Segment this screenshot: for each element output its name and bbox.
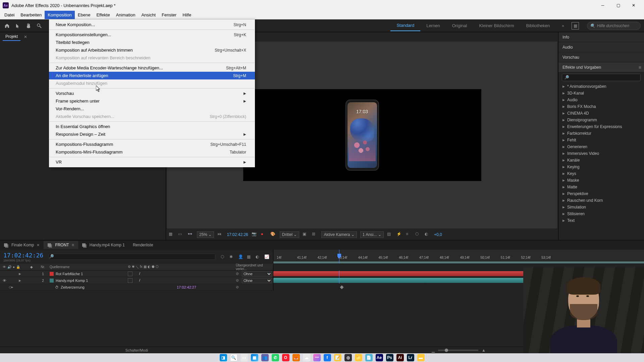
menu-item[interactable]: Kompositionseinstellungen...Strg+K [49,31,255,39]
taskbar-icon-steam[interactable]: ☁ [303,354,310,361]
preset-folder[interactable]: ▶Simulation [558,204,644,210]
taskbar-icon-lr[interactable]: Lr [407,354,414,361]
menu-animation[interactable]: Animation [113,11,139,19]
taskbar-icon-yel[interactable]: ▬ [417,354,425,361]
minimize-button[interactable]: ─ [595,0,610,11]
exposure-reset-icon[interactable]: ◐ [425,232,431,238]
3d-icon[interactable]: 👓 [187,232,194,238]
close-button[interactable]: ✕ [626,0,641,11]
preset-folder[interactable]: ▶Keying [558,164,644,170]
menu-item[interactable]: Titelbild festlegen [49,39,255,46]
preset-folder[interactable]: ▶Perspektive [558,190,644,197]
panel-options-icon[interactable]: ≡ [639,65,641,70]
preset-folder[interactable]: ▶Maske [558,177,644,184]
preset-folder[interactable]: ▶3D-Kanal [558,90,644,97]
preset-folder[interactable]: ▶Immersives Video [558,150,644,157]
frame-blend-icon[interactable]: ▦ [247,254,252,259]
preset-folder[interactable]: ▶Dienstprogramm [558,117,644,123]
taskbar-icon-msg[interactable]: 〰 [313,354,321,361]
zoom-out-icon[interactable]: ▁ [432,348,435,353]
menu-item[interactable]: Zur Adobe Media Encoder-Warteschlange hi… [49,64,255,72]
roi-icon[interactable]: ▣ [303,232,309,238]
menu-item[interactable]: Kompositions-FlussdiagrammStrg+Umschalt+… [49,140,255,148]
home-tool[interactable] [3,22,11,29]
timeline-icon[interactable]: ≡ [406,232,412,238]
tab-options-icon[interactable]: ≡ [72,243,74,247]
preset-folder[interactable]: ▶Keys [558,170,644,177]
taskbar-icon-teams[interactable]: 👥 [261,354,269,361]
menu-bearbeiten[interactable]: Bearbeiten [17,11,45,19]
workspace-tab-original[interactable]: Original [446,20,473,31]
effects-presets-panel-header[interactable]: Effekte und Vorgaben ≡ [558,62,644,72]
panel-header-vorschau[interactable]: Vorschau [558,52,644,62]
preset-folder[interactable]: ▶Erweiterungen für Expressions [558,123,644,130]
draft3d-icon[interactable]: ✱ [229,254,235,259]
timeline-tab[interactable]: Finale Komp✕ [0,241,44,249]
alpha-icon[interactable]: ▦ [169,232,175,238]
flowchart-icon[interactable]: ⬡ [415,232,421,238]
expand-icon[interactable]: ▶ [19,279,21,282]
workspace-tab-kleiner bildschirm[interactable]: Kleiner Bildschirm [473,20,520,31]
time-ruler[interactable]: 14f41;14f42;14f43;14f44;14f45;14f46;14f4… [273,250,644,264]
menu-item[interactable]: In Essential Graphics öffnen [49,123,255,130]
shy-icon[interactable]: 👤 [238,254,244,259]
menu-item[interactable]: Frame speichern unter▶ [49,97,255,105]
workspace-more-icon[interactable]: » [559,23,567,28]
expand-icon[interactable]: ▶ [19,272,21,276]
project-tab-close-icon[interactable]: ✕ [24,35,27,39]
taskbar-icon-win[interactable]: ◨ [220,354,227,361]
preset-folder[interactable]: ▶Rauschen und Korn [558,197,644,204]
project-tab[interactable]: Projekt [3,33,20,41]
keyframe-nav-icon[interactable]: ◇▸ [9,285,13,289]
eye-column-icon[interactable]: 👁 [3,265,6,269]
channel-icon[interactable]: ● [261,232,267,238]
preset-folder[interactable]: ▶* Animationsvorgaben [558,83,644,90]
panel-header-audio[interactable]: Audio [558,42,644,52]
timeline-tab[interactable]: FRONT≡ [44,241,78,249]
menu-ansicht[interactable]: Ansicht [138,11,159,19]
parent-pickwhip-icon[interactable]: ⊘ [236,278,240,283]
menu-item[interactable]: Neue Komposition...Strg+N [49,21,255,28]
effects-search-input[interactable]: 🔎 [562,74,641,81]
preset-folder[interactable]: ▶CINEMA 4D [558,110,644,117]
preset-folder[interactable]: ▶Matte [558,184,644,190]
menu-item[interactable]: VR▶ [49,158,255,166]
stopwatch-icon[interactable]: ⏱ [55,285,59,289]
mask-icon[interactable]: ▭ [178,232,184,238]
preset-folder[interactable]: ▶Stilisieren [558,210,644,217]
label-column-icon[interactable]: ◆ [30,265,38,269]
menu-ebene[interactable]: Ebene [75,11,94,19]
timeline-footer-label[interactable]: Schalter/Modi [0,347,273,353]
taskbar-icon-exp[interactable]: 📁 [355,354,362,361]
viewer-timecode[interactable]: 17:02:42:26 [227,232,248,237]
menu-item[interactable]: Komposition auf Arbeitsbereich trimmenSt… [49,46,255,54]
workspace-tab-bibliotheken[interactable]: Bibliotheken [520,20,556,31]
views-select[interactable]: 1 Ansi... ⌄ [360,231,384,238]
effects-preset-tree[interactable]: ▶* Animationsvorgaben▶3D-Kanal▶Audio▶Bor… [558,82,644,240]
timeline-tab[interactable]: Renderliste [129,241,157,249]
menu-item[interactable]: Vor-Rendern... [49,105,255,113]
menu-effekte[interactable]: Effekte [93,11,113,19]
preset-folder[interactable]: ▶Fehlt [558,137,644,143]
taskbar-icon-np[interactable]: 📄 [365,354,373,361]
pixel-ar-icon[interactable]: ▤ [387,232,393,238]
exposure-value[interactable]: +0,0 [434,232,442,237]
timeline-timecode[interactable]: 17:02:42:26 [3,252,43,259]
parent-pickwhip-icon[interactable]: ⊘ [236,272,240,276]
motion-blur-icon[interactable]: ◐ [256,254,261,259]
preset-folder[interactable]: ▶Text [558,217,644,224]
timeline-search-input[interactable]: 🔎 [49,254,215,260]
snapshot-icon[interactable]: 📷 [252,232,258,238]
selection-tool[interactable] [14,22,21,29]
menu-datei[interactable]: Datei [1,11,17,19]
camera-select[interactable]: Aktive Kamera ⌄ [321,231,357,238]
hand-tool[interactable] [25,22,32,29]
menu-item[interactable]: Responsive Design – Zeit▶ [49,130,255,138]
taskbar-icon-widgets[interactable]: ▦ [251,354,258,361]
lock-column-icon[interactable]: 🔒 [16,265,20,269]
taskbar-icon-tasks[interactable]: ▭ [240,354,248,361]
menu-fenster[interactable]: Fenster [159,11,179,19]
taskbar-icon-ps[interactable]: Ps [386,354,393,361]
menu-komposition[interactable]: Komposition [45,11,75,19]
fast-preview-icon[interactable]: ⚡ [396,232,402,238]
